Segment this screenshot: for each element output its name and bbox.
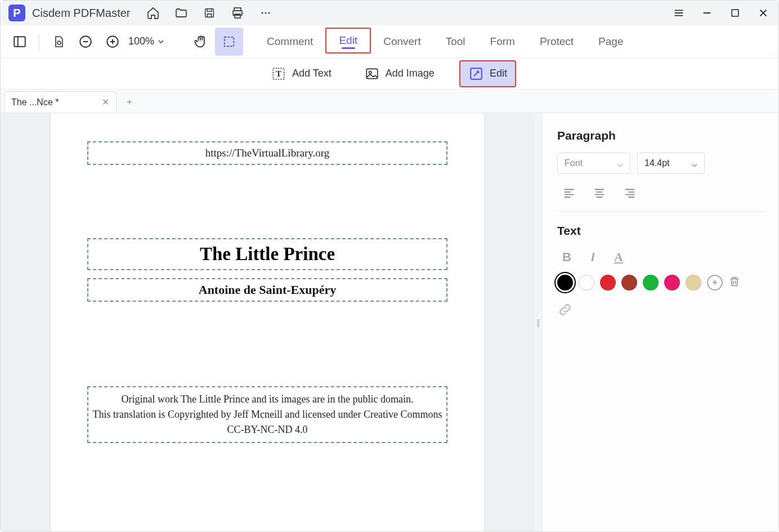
- text-box-title[interactable]: The Little Prince: [87, 238, 447, 270]
- tab-form[interactable]: Form: [478, 25, 527, 58]
- svg-text:T: T: [276, 69, 281, 78]
- open-folder-icon[interactable]: [174, 6, 189, 20]
- text-box-footer[interactable]: Original work The Little Prince and its …: [87, 386, 447, 443]
- svg-point-5: [265, 12, 267, 14]
- separator: [39, 33, 39, 50]
- maximize-button[interactable]: [728, 6, 742, 20]
- add-text-icon: T: [271, 66, 286, 82]
- italic-button[interactable]: I: [583, 248, 602, 267]
- new-tab-button[interactable]: ＋: [121, 93, 138, 110]
- chevron-down-icon: ⌵: [692, 158, 697, 169]
- svg-rect-3: [235, 14, 240, 18]
- text-box-author[interactable]: Antoine de Saint-Exupéry: [87, 278, 447, 302]
- tab-comment[interactable]: Comment: [254, 25, 325, 58]
- svg-point-6: [268, 12, 270, 14]
- splitter-handle[interactable]: ║: [534, 113, 542, 532]
- zoom-in-button[interactable]: [101, 30, 124, 53]
- edit-label: Edit: [490, 68, 507, 79]
- delete-color-button[interactable]: [728, 275, 743, 290]
- document-tab[interactable]: The ...Nce * ✕: [4, 91, 117, 113]
- hand-tool-button[interactable]: [187, 28, 215, 56]
- zoom-out-button[interactable]: [74, 30, 97, 53]
- divider: [557, 211, 764, 212]
- tab-edit[interactable]: Edit: [325, 28, 371, 53]
- print-icon[interactable]: [230, 6, 245, 20]
- tab-page[interactable]: Page: [586, 25, 635, 58]
- color-swatch-green[interactable]: [643, 275, 659, 290]
- app-title: Cisdem PDFMaster: [32, 7, 130, 20]
- save-icon[interactable]: [202, 6, 217, 20]
- color-swatch-red[interactable]: [600, 275, 616, 290]
- paragraph-heading: Paragraph: [557, 129, 764, 142]
- svg-point-4: [262, 12, 263, 14]
- zoom-value: 100%: [128, 35, 154, 47]
- page-settings-button[interactable]: [47, 30, 70, 53]
- zoom-dropdown[interactable]: 100%: [128, 35, 165, 47]
- panel-toggle-button[interactable]: [8, 30, 31, 53]
- titlebar: P Cisdem PDFMaster: [1, 1, 778, 25]
- document-tab-label: The ...Nce *: [11, 97, 59, 108]
- underline-button[interactable]: A: [609, 248, 628, 267]
- align-center-button[interactable]: [588, 182, 611, 203]
- canvas[interactable]: https://TheVirtualLibrary.org The Little…: [1, 113, 534, 532]
- close-tab-icon[interactable]: ✕: [102, 97, 109, 108]
- add-text-label: Add Text: [292, 68, 332, 79]
- close-button[interactable]: [756, 6, 771, 20]
- add-image-label: Add Image: [386, 68, 435, 79]
- pdf-page[interactable]: https://TheVirtualLibrary.org The Little…: [51, 113, 484, 532]
- edit-icon: [468, 66, 484, 82]
- tab-tool[interactable]: Tool: [433, 25, 478, 58]
- color-swatch-pink[interactable]: [664, 275, 680, 290]
- align-right-button[interactable]: [618, 182, 642, 203]
- edit-button[interactable]: Edit: [459, 60, 516, 87]
- svg-rect-0: [205, 9, 214, 17]
- svg-rect-12: [225, 37, 234, 46]
- edit-sub-toolbar: T Add Text Add Image Edit: [1, 58, 778, 90]
- svg-rect-7: [732, 10, 738, 16]
- tab-convert[interactable]: Convert: [371, 25, 433, 58]
- font-dropdown[interactable]: Font ⌵: [557, 153, 630, 174]
- color-swatch-white[interactable]: [579, 275, 594, 290]
- font-size-value: 14.4pt: [644, 158, 669, 168]
- properties-panel: Paragraph Font ⌵ 14.4pt ⌵ Text: [542, 113, 778, 532]
- color-swatch-tan[interactable]: [686, 275, 701, 290]
- svg-rect-15: [366, 69, 378, 78]
- more-icon[interactable]: [258, 6, 273, 20]
- svg-rect-8: [14, 37, 25, 46]
- svg-point-9: [57, 41, 61, 44]
- add-color-button[interactable]: +: [707, 275, 723, 290]
- font-placeholder: Font: [565, 158, 583, 168]
- chevron-down-icon: ⌵: [617, 158, 623, 169]
- add-image-button[interactable]: Add Image: [356, 61, 442, 86]
- home-icon[interactable]: [146, 6, 160, 20]
- svg-point-16: [369, 71, 371, 73]
- color-swatch-maroon[interactable]: [621, 275, 637, 290]
- select-tool-button[interactable]: [215, 28, 243, 56]
- color-swatch-black[interactable]: [557, 275, 573, 290]
- app-logo: P: [8, 5, 25, 21]
- bold-button[interactable]: B: [557, 248, 576, 267]
- add-text-button[interactable]: T Add Text: [263, 61, 339, 86]
- tab-protect[interactable]: Protect: [527, 25, 586, 58]
- chevron-down-icon: [156, 37, 165, 46]
- link-button[interactable]: [557, 302, 575, 320]
- font-size-dropdown[interactable]: 14.4pt ⌵: [637, 153, 705, 174]
- add-image-icon: [364, 66, 380, 82]
- minimize-button[interactable]: [700, 6, 714, 20]
- document-tabs: The ...Nce * ✕ ＋: [1, 90, 778, 113]
- text-heading: Text: [557, 224, 764, 238]
- hamburger-icon[interactable]: [671, 6, 686, 20]
- main-toolbar: 100% Comment Edit Convert Tool Form Prot…: [1, 25, 778, 58]
- align-left-button[interactable]: [557, 182, 581, 203]
- workspace: https://TheVirtualLibrary.org The Little…: [1, 113, 778, 532]
- text-box-url[interactable]: https://TheVirtualLibrary.org: [87, 141, 447, 165]
